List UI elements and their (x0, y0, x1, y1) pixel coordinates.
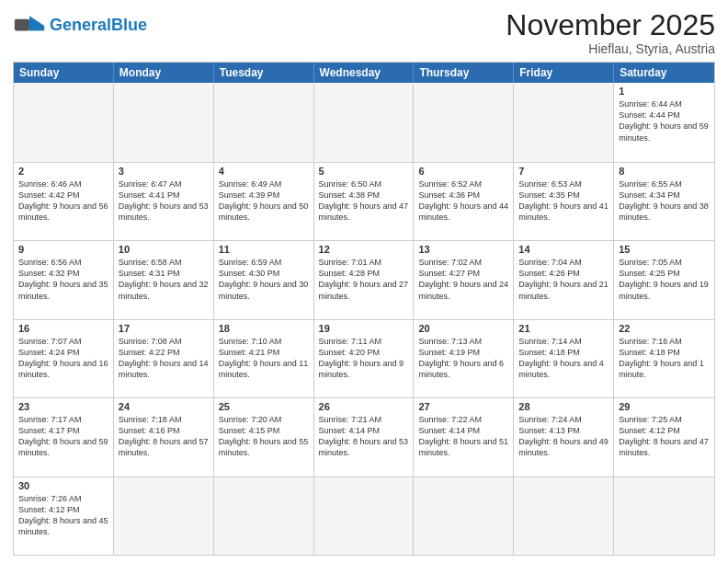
calendar-cell: 12Sunrise: 7:01 AM Sunset: 4:28 PM Dayli… (314, 241, 415, 318)
calendar-cell: 3Sunrise: 6:47 AM Sunset: 4:41 PM Daylig… (114, 163, 214, 240)
calendar-cell: 8Sunrise: 6:55 AM Sunset: 4:34 PM Daylig… (614, 163, 714, 240)
calendar-cell: 10Sunrise: 6:58 AM Sunset: 4:31 PM Dayli… (114, 241, 214, 318)
day-number: 5 (319, 166, 409, 177)
calendar-cell (114, 477, 214, 555)
calendar-title: November 2025 (506, 9, 715, 41)
calendar-cell: 18Sunrise: 7:10 AM Sunset: 4:21 PM Dayli… (214, 320, 314, 397)
calendar-cell (514, 83, 614, 161)
day-number: 19 (319, 323, 409, 334)
calendar-cell: 24Sunrise: 7:18 AM Sunset: 4:16 PM Dayli… (114, 398, 214, 476)
day-info: Sunrise: 7:05 AM Sunset: 4:25 PM Dayligh… (619, 257, 710, 302)
calendar-cell: 23Sunrise: 7:17 AM Sunset: 4:17 PM Dayli… (14, 398, 114, 476)
header-day-tuesday: Tuesday (214, 63, 314, 83)
day-info: Sunrise: 6:47 AM Sunset: 4:41 PM Dayligh… (119, 178, 209, 224)
day-number: 13 (418, 244, 508, 255)
day-info: Sunrise: 7:13 AM Sunset: 4:19 PM Dayligh… (418, 336, 508, 381)
calendar-week-4: 23Sunrise: 7:17 AM Sunset: 4:17 PM Dayli… (14, 397, 714, 476)
day-info: Sunrise: 7:22 AM Sunset: 4:14 PM Dayligh… (418, 414, 508, 459)
calendar-cell (414, 477, 514, 555)
day-number: 26 (319, 401, 409, 412)
day-info: Sunrise: 7:26 AM Sunset: 4:12 PM Dayligh… (18, 493, 108, 538)
calendar-cell: 4Sunrise: 6:49 AM Sunset: 4:39 PM Daylig… (214, 163, 314, 240)
logo-icon (13, 9, 46, 42)
day-info: Sunrise: 7:04 AM Sunset: 4:26 PM Dayligh… (518, 257, 609, 302)
calendar-cell: 25Sunrise: 7:20 AM Sunset: 4:15 PM Dayli… (214, 398, 314, 476)
calendar-week-1: 2Sunrise: 6:46 AM Sunset: 4:42 PM Daylig… (14, 162, 714, 240)
calendar-cell: 17Sunrise: 7:08 AM Sunset: 4:22 PM Dayli… (114, 320, 214, 397)
calendar-cell: 5Sunrise: 6:50 AM Sunset: 4:38 PM Daylig… (314, 163, 415, 240)
calendar-cell: 27Sunrise: 7:22 AM Sunset: 4:14 PM Dayli… (414, 398, 514, 476)
day-number: 21 (518, 323, 609, 334)
calendar-cell: 11Sunrise: 6:59 AM Sunset: 4:30 PM Dayli… (214, 241, 314, 318)
day-number: 18 (219, 323, 309, 334)
calendar-week-3: 16Sunrise: 7:07 AM Sunset: 4:24 PM Dayli… (14, 319, 714, 397)
svg-rect-0 (15, 19, 29, 31)
calendar-cell: 9Sunrise: 6:56 AM Sunset: 4:32 PM Daylig… (14, 241, 114, 318)
day-info: Sunrise: 7:24 AM Sunset: 4:13 PM Dayligh… (518, 414, 609, 459)
day-number: 27 (418, 401, 508, 412)
day-info: Sunrise: 6:59 AM Sunset: 4:30 PM Dayligh… (219, 257, 309, 302)
calendar-cell (214, 83, 314, 161)
calendar-cell (414, 83, 514, 161)
day-number: 11 (219, 244, 309, 255)
calendar-subtitle: Hieflau, Styria, Austria (506, 41, 715, 56)
day-number: 20 (418, 323, 508, 334)
day-number: 30 (18, 480, 108, 491)
day-info: Sunrise: 7:08 AM Sunset: 4:22 PM Dayligh… (119, 336, 209, 381)
header-day-monday: Monday (114, 63, 214, 83)
day-info: Sunrise: 7:25 AM Sunset: 4:12 PM Dayligh… (619, 414, 710, 459)
day-number: 9 (18, 244, 108, 255)
day-info: Sunrise: 7:20 AM Sunset: 4:15 PM Dayligh… (219, 414, 309, 459)
calendar-cell (214, 477, 314, 555)
logo-wordmark: GeneralBlue (50, 17, 147, 35)
day-number: 6 (418, 166, 508, 177)
day-info: Sunrise: 7:01 AM Sunset: 4:28 PM Dayligh… (319, 257, 409, 302)
header-day-saturday: Saturday (614, 63, 714, 83)
calendar-week-0: 1Sunrise: 6:44 AM Sunset: 4:44 PM Daylig… (14, 83, 714, 161)
calendar-cell: 20Sunrise: 7:13 AM Sunset: 4:19 PM Dayli… (414, 320, 514, 397)
title-block: November 2025 Hieflau, Styria, Austria (506, 9, 715, 56)
day-info: Sunrise: 6:56 AM Sunset: 4:32 PM Dayligh… (18, 257, 108, 302)
calendar: SundayMondayTuesdayWednesdayThursdayFrid… (13, 62, 715, 556)
day-number: 1 (619, 86, 710, 97)
logo: GeneralBlue (13, 9, 147, 42)
calendar-cell: 21Sunrise: 7:14 AM Sunset: 4:18 PM Dayli… (514, 320, 614, 397)
calendar-cell: 19Sunrise: 7:11 AM Sunset: 4:20 PM Dayli… (314, 320, 415, 397)
day-info: Sunrise: 7:16 AM Sunset: 4:18 PM Dayligh… (619, 336, 710, 381)
logo-blue: Blue (111, 16, 147, 34)
day-number: 24 (119, 401, 209, 412)
calendar-cell (314, 477, 415, 555)
day-number: 4 (219, 166, 309, 177)
calendar-cell: 7Sunrise: 6:53 AM Sunset: 4:35 PM Daylig… (514, 163, 614, 240)
day-info: Sunrise: 6:55 AM Sunset: 4:34 PM Dayligh… (619, 178, 710, 224)
day-info: Sunrise: 7:17 AM Sunset: 4:17 PM Dayligh… (18, 414, 108, 459)
day-number: 15 (619, 244, 710, 255)
calendar-cell: 1Sunrise: 6:44 AM Sunset: 4:44 PM Daylig… (614, 83, 714, 161)
calendar-cell: 13Sunrise: 7:02 AM Sunset: 4:27 PM Dayli… (414, 241, 514, 318)
day-number: 7 (518, 166, 609, 177)
day-info: Sunrise: 6:46 AM Sunset: 4:42 PM Dayligh… (18, 178, 108, 224)
day-info: Sunrise: 7:11 AM Sunset: 4:20 PM Dayligh… (319, 336, 409, 381)
calendar-cell (614, 477, 714, 555)
day-number: 28 (518, 401, 609, 412)
day-number: 17 (119, 323, 209, 334)
day-number: 8 (619, 166, 710, 177)
calendar-header-row: SundayMondayTuesdayWednesdayThursdayFrid… (14, 63, 714, 83)
calendar-cell: 28Sunrise: 7:24 AM Sunset: 4:13 PM Dayli… (514, 398, 614, 476)
day-number: 16 (18, 323, 108, 334)
day-number: 29 (619, 401, 710, 412)
day-info: Sunrise: 6:49 AM Sunset: 4:39 PM Dayligh… (219, 178, 309, 224)
calendar-cell: 16Sunrise: 7:07 AM Sunset: 4:24 PM Dayli… (14, 320, 114, 397)
page: GeneralBlue November 2025 Hieflau, Styri… (0, 0, 728, 563)
day-number: 3 (119, 166, 209, 177)
calendar-body: 1Sunrise: 6:44 AM Sunset: 4:44 PM Daylig… (14, 83, 714, 555)
day-number: 14 (518, 244, 609, 255)
header-day-thursday: Thursday (414, 63, 514, 83)
header: GeneralBlue November 2025 Hieflau, Styri… (13, 9, 715, 56)
day-number: 10 (119, 244, 209, 255)
day-number: 2 (18, 166, 108, 177)
calendar-cell (514, 477, 614, 555)
logo-text: GeneralBlue (50, 17, 147, 35)
calendar-cell (114, 83, 214, 161)
svg-rect-2 (29, 26, 44, 30)
